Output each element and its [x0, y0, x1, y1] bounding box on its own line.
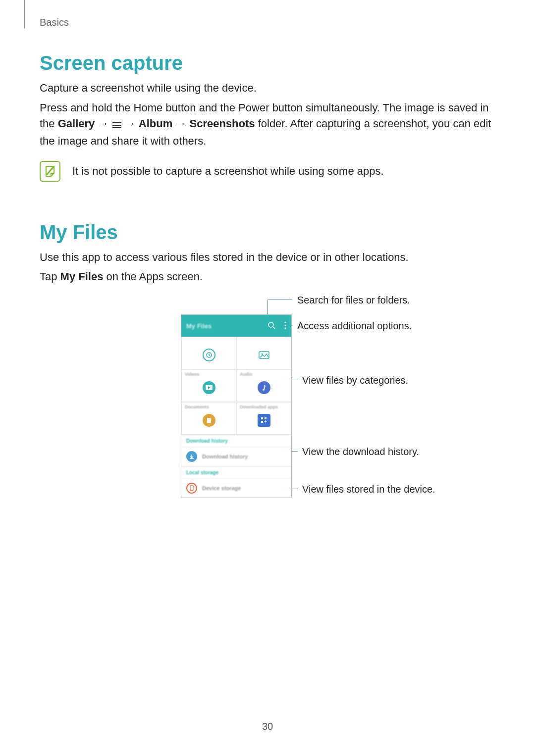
section-header-local-storage: Local storage [181, 466, 291, 479]
svg-rect-15 [261, 421, 263, 423]
svg-point-3 [268, 322, 273, 327]
heading-my-files: My Files [40, 221, 495, 244]
callout-search: Search for files or folders. [297, 295, 410, 306]
music-note-icon [258, 381, 270, 394]
category-recent[interactable] [181, 337, 236, 369]
svg-point-5 [284, 321, 286, 323]
category-label: Audio [240, 372, 253, 377]
callout-line [292, 380, 298, 380]
note-block: It is not possible to capture a screensh… [40, 161, 495, 182]
category-label: Downloaded apps [240, 404, 278, 409]
device-storage-row[interactable]: Device storage [181, 479, 291, 498]
apps-download-icon [258, 414, 270, 427]
hamburger-menu-icon [112, 117, 122, 133]
download-icon [186, 451, 197, 462]
download-history-row[interactable]: Download history [181, 447, 291, 466]
section-header-download: Download history [181, 435, 291, 447]
arrow-text: → [95, 117, 111, 130]
category-audio[interactable]: Audio [236, 369, 291, 402]
screen-capture-intro: Capture a screenshot while using the dev… [40, 80, 495, 96]
svg-point-10 [261, 353, 263, 355]
gallery-label: Gallery [58, 117, 95, 130]
arrow-text: → [122, 117, 139, 130]
arrow-text: → [172, 117, 189, 130]
device-storage-icon [186, 483, 197, 494]
category-images[interactable] [236, 337, 291, 369]
svg-rect-16 [190, 486, 193, 491]
categories-grid: Videos Audio Documents [181, 337, 291, 435]
callout-line [292, 489, 298, 489]
callout-download: View the download history. [302, 446, 419, 457]
text-fragment: Tap [40, 270, 60, 283]
phone-screenshot: My Files [181, 314, 292, 498]
image-icon [258, 349, 270, 361]
svg-rect-13 [261, 417, 263, 419]
callout-options: Access additional options. [297, 320, 412, 332]
svg-line-4 [273, 327, 275, 329]
note-icon [40, 161, 60, 182]
category-label: Documents [185, 404, 209, 409]
my-files-figure: My Files [40, 300, 456, 537]
app-titlebar: My Files [181, 315, 291, 337]
list-item-label: Device storage [202, 485, 241, 491]
category-videos[interactable]: Videos [181, 369, 236, 402]
svg-point-7 [284, 327, 286, 329]
search-icon[interactable] [268, 321, 275, 331]
my-files-intro: Use this app to access various files sto… [40, 250, 495, 265]
page-number: 30 [0, 721, 535, 732]
heading-screen-capture: Screen capture [40, 52, 495, 74]
my-files-label: My Files [60, 270, 104, 283]
breadcrumb: Basics [40, 17, 69, 28]
note-text: It is not possible to capture a screensh… [72, 165, 384, 178]
section-my-files: My Files Use this app to access various … [40, 221, 495, 538]
category-downloaded-apps[interactable]: Downloaded apps [236, 402, 291, 435]
text-fragment: on the Apps screen. [103, 270, 203, 283]
svg-rect-14 [265, 417, 267, 419]
category-label: Videos [185, 372, 199, 377]
video-icon [203, 381, 215, 394]
my-files-tap-instruction: Tap My Files on the Apps screen. [40, 269, 495, 285]
callout-line [268, 300, 292, 300]
svg-point-12 [263, 389, 265, 391]
screenshots-label: Screenshots [189, 117, 255, 130]
screen-capture-instructions: Press and hold the Home button and the P… [40, 100, 495, 149]
svg-point-6 [284, 324, 286, 326]
app-title: My Files [186, 322, 212, 330]
list-item-label: Download history [202, 454, 248, 459]
clock-icon [203, 349, 215, 361]
category-documents[interactable]: Documents [181, 402, 236, 435]
document-icon [203, 414, 215, 427]
page-content: Screen capture Capture a screenshot whil… [40, 52, 495, 537]
album-label: Album [139, 117, 172, 130]
callout-device: View files stored in the device. [302, 484, 435, 495]
callout-line [292, 451, 298, 452]
page-margin-line [24, 0, 25, 29]
more-options-icon[interactable] [284, 321, 286, 331]
callout-categories: View files by categories. [302, 375, 408, 386]
